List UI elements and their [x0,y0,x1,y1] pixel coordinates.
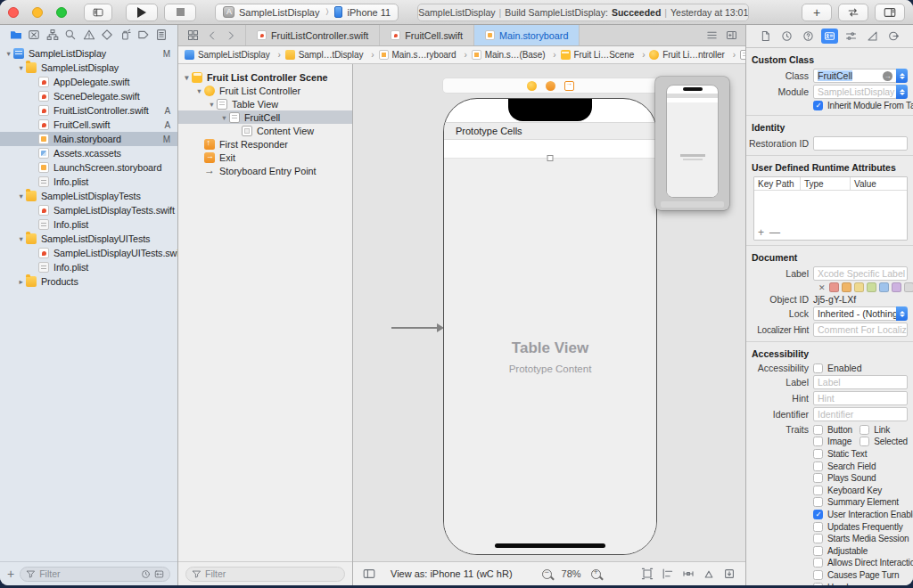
disclosure-triangle[interactable]: ▾ [207,100,217,109]
maximize-window-button[interactable] [56,7,67,18]
unsaved-changes-icon[interactable] [154,569,164,579]
outline-row[interactable]: ▾ Table View [178,97,352,110]
breadcrumb[interactable]: Table View [740,50,745,60]
disclosure-triangle[interactable]: ▾ [4,49,13,58]
add-editor-icon[interactable] [726,29,737,41]
disclosure-triangle[interactable]: ▾ [16,63,26,72]
editor-tab[interactable]: FruitCell.swift [379,25,473,45]
breadcrumb[interactable]: Fruit Li…Scene [561,50,650,60]
trait-checkbox[interactable] [813,583,823,585]
add-library-button[interactable]: + [802,4,832,21]
close-window-button[interactable] [8,7,19,18]
trait-checkbox[interactable] [813,425,823,435]
color-swatch[interactable] [879,282,889,292]
run-button[interactable] [126,4,158,21]
file-inspector-tab[interactable] [757,29,774,44]
recent-files-clock-icon[interactable] [141,569,151,579]
add-attribute-button[interactable]: + [758,226,769,239]
accessibility-identifier-field[interactable]: Identifier [813,407,908,421]
file-tree-row[interactable]: SceneDelegate.swift [0,89,177,103]
file-tree-row[interactable]: Info.plist [0,260,177,274]
view-as-label[interactable]: View as: iPhone 11 (wC hR) [391,568,513,579]
add-file-button[interactable]: + [7,568,14,580]
file-tree-row[interactable]: Assets.xcassets [0,146,177,160]
minimize-window-button[interactable] [32,7,43,18]
resolve-layout-issues-icon[interactable] [703,568,715,580]
file-tree-row[interactable]: Main.storyboard M [0,132,177,146]
restoration-id-field[interactable] [813,136,908,151]
file-tree-row[interactable]: FruitCell.swift A [0,118,177,132]
report-navigator-tab[interactable] [155,29,168,41]
accessibility-hint-field[interactable]: Hint [813,391,908,405]
code-review-button[interactable] [838,4,868,21]
storyboard-minimap[interactable] [655,77,729,210]
file-tree-row[interactable]: SampleListDisplayUITests.swift [0,246,177,260]
document-label-field[interactable]: Xcode Specific Label [813,266,908,281]
storyboard-entry-point-arrow[interactable] [391,327,438,329]
trait-checkbox[interactable] [813,437,823,446]
breakpoint-navigator-tab[interactable] [137,29,150,41]
outline-row[interactable]: ▾ Fruit List Controller Scene [178,70,352,84]
storyboard-canvas[interactable]: Prototype Cells Table View Prototype Con… [353,64,745,585]
class-field[interactable]: FruitCell → [813,69,897,83]
go-back-chevron-icon[interactable] [207,30,218,41]
disclosure-triangle[interactable]: ▾ [219,113,229,122]
editor-options-icon[interactable] [706,29,718,41]
file-tree-row[interactable]: FruitListController.swift A [0,103,177,118]
stop-button[interactable] [164,4,196,21]
outline-row[interactable]: Storyboard Entry Point [178,164,352,177]
trait-checkbox[interactable] [813,461,823,471]
iphone-canvas-device[interactable]: Prototype Cells Table View Prototype Con… [443,98,657,555]
scheme-selector[interactable]: SampleListDisplay 〉 iPhone 11 [215,4,399,21]
add-constraints-icon[interactable] [682,568,695,580]
localizer-hint-field[interactable]: Comment For Localizer [813,323,908,337]
outline-row[interactable]: ▾ Fruit List Controller [178,84,352,97]
identity-inspector-tab[interactable] [821,29,838,44]
view-controller-icon[interactable] [527,81,537,91]
color-swatch[interactable] [892,282,901,292]
update-frames-icon[interactable] [641,568,654,580]
test-navigator-tab[interactable] [101,29,113,41]
file-tree-row[interactable]: Info.plist [0,217,177,232]
color-swatch[interactable] [867,282,876,292]
disclosure-triangle[interactable]: ▾ [16,234,26,243]
trait-checkbox[interactable] [813,449,823,459]
lock-dropdown-button[interactable] [896,306,908,321]
zoom-out-button[interactable]: − [542,569,552,579]
attributes-inspector-tab[interactable] [843,29,860,44]
disclosure-triangle[interactable]: ▾ [16,192,26,200]
table-view-area[interactable]: Table View Prototype Content [444,159,656,554]
editor-tab[interactable]: Main.storyboard [473,25,580,45]
trait-checkbox[interactable] [813,558,823,568]
trait-checkbox[interactable] [813,534,823,543]
jump-to-class-icon[interactable]: → [883,71,892,81]
toggle-navigator-button[interactable] [84,4,112,21]
trait-checkbox[interactable] [813,546,823,556]
color-swatch[interactable] [842,282,851,292]
file-tree-row[interactable]: SampleListDisplayTests.swift [0,203,177,217]
zoom-level[interactable]: 78% [562,568,581,579]
find-navigator-tab[interactable] [64,29,77,41]
first-responder-icon[interactable] [546,81,555,91]
disclosure-triangle[interactable]: ▾ [182,73,192,82]
toggle-outline-panel-icon[interactable] [363,568,375,580]
cell-resize-handle[interactable] [547,155,554,161]
file-tree-row[interactable]: Info.plist [0,175,177,189]
class-dropdown-button[interactable] [896,69,908,83]
file-tree-row[interactable]: ▾ SampleListDisplayTests [0,189,177,203]
trait-checkbox[interactable] [813,473,823,483]
go-forward-chevron-icon[interactable] [226,30,236,41]
outline-row[interactable]: ▾ FruitCell [178,110,352,124]
size-inspector-tab[interactable] [864,29,881,44]
trait-checkbox[interactable] [813,522,823,532]
trait-checkbox[interactable] [813,510,823,519]
accessibility-label-field[interactable]: Label [813,375,908,389]
exit-icon[interactable] [564,81,574,91]
disclosure-triangle[interactable]: ▸ [16,277,26,286]
breadcrumb[interactable]: Fruit Li…ntroller [649,50,740,60]
trait-checkbox[interactable] [813,497,823,507]
file-tree-row[interactable]: LaunchScreen.storyboard [0,160,177,175]
debug-navigator-tab[interactable] [119,29,131,41]
color-swatch[interactable] [904,282,913,292]
outline-row[interactable]: First Responder [178,137,352,151]
